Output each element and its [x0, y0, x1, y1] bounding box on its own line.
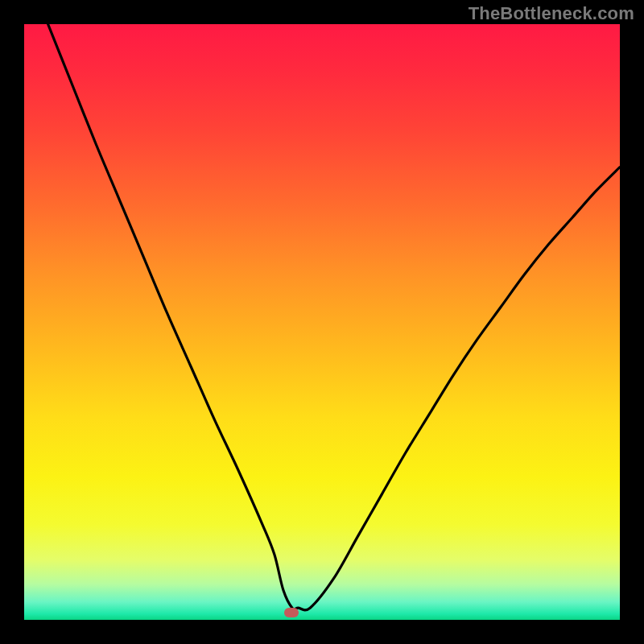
bottleneck-curve [24, 24, 620, 620]
plot-area [24, 24, 620, 620]
chart-container: TheBottleneck.com [0, 0, 644, 644]
watermark-text: TheBottleneck.com [469, 3, 634, 24]
optimal-point-marker [284, 608, 299, 617]
